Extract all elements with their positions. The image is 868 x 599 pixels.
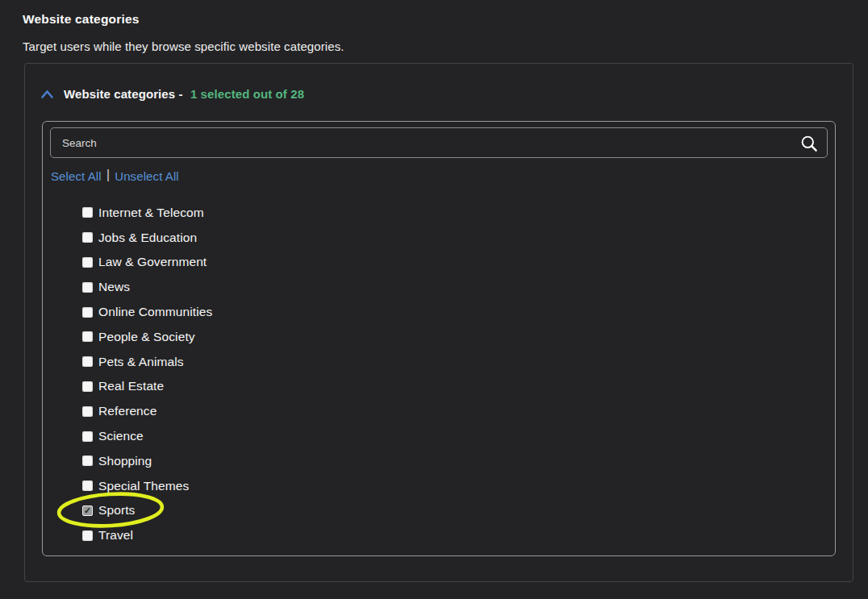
category-label: Pets & Animals	[98, 355, 184, 369]
checkbox-travel[interactable]	[82, 530, 93, 541]
category-label: Sports	[98, 503, 135, 518]
category-row-pets-animals[interactable]: Pets & Animals	[82, 349, 212, 374]
select-all-link[interactable]: Select All	[51, 169, 102, 183]
search-box	[50, 127, 828, 158]
category-row-shopping[interactable]: Shopping	[82, 448, 212, 473]
category-row-jobs-education[interactable]: Jobs & Education	[82, 225, 212, 250]
category-label: Online Communities	[98, 305, 212, 319]
checkbox-news[interactable]	[82, 282, 93, 293]
checkbox-pets-animals[interactable]	[82, 356, 93, 367]
checkbox-people-society[interactable]	[82, 331, 93, 342]
checkbox-reference[interactable]	[82, 406, 93, 417]
checkbox-law-government[interactable]	[82, 257, 93, 268]
category-row-travel[interactable]: Travel	[82, 523, 212, 548]
links-divider: |	[106, 167, 111, 183]
category-row-sports[interactable]: ✓Sports	[82, 498, 212, 523]
category-row-science[interactable]: Science	[82, 424, 212, 449]
category-row-internet-telecom[interactable]: Internet & Telecom	[82, 201, 212, 226]
checkbox-shopping[interactable]	[82, 455, 93, 466]
unselect-all-link[interactable]: Unselect All	[115, 169, 179, 183]
category-row-law-government[interactable]: Law & Government	[82, 250, 212, 275]
category-label: Law & Government	[98, 255, 207, 269]
category-row-reference[interactable]: Reference	[82, 399, 212, 424]
page-subtitle: Target users while they browse specific …	[23, 40, 344, 53]
category-label: People & Society	[98, 330, 195, 344]
panel-collapse-header[interactable]: Website categories - 1 selected out of 2…	[40, 87, 304, 101]
category-label: Travel	[98, 528, 133, 543]
checkbox-special-themes[interactable]	[82, 480, 93, 491]
category-label: Shopping	[98, 454, 152, 468]
panel-header-label: Website categories -	[64, 87, 183, 101]
page-title: Website categories	[23, 12, 140, 27]
category-label: Science	[98, 429, 144, 443]
category-row-real-estate[interactable]: Real Estate	[82, 374, 212, 399]
category-row-special-themes[interactable]: Special Themes	[82, 473, 212, 498]
selected-count-status: 1 selected out of 28	[190, 87, 304, 101]
website-categories-panel: Website categories - 1 selected out of 2…	[24, 63, 853, 582]
checkbox-real-estate[interactable]	[82, 381, 93, 392]
panel-header-text: Website categories - 1 selected out of 2…	[64, 87, 304, 101]
category-row-online-communities[interactable]: Online Communities	[82, 300, 212, 325]
category-row-news[interactable]: News	[82, 275, 212, 300]
chevron-up-icon[interactable]	[40, 88, 54, 100]
category-label: Reference	[98, 404, 156, 418]
checkbox-jobs-education[interactable]	[82, 232, 93, 243]
category-label: Jobs & Education	[98, 231, 197, 245]
checkbox-online-communities[interactable]	[82, 307, 93, 318]
category-label: Real Estate	[98, 379, 164, 393]
checkbox-internet-telecom[interactable]	[82, 207, 93, 218]
category-selector-panel: Select All | Unselect All Internet & Tel…	[42, 121, 836, 556]
checkbox-science[interactable]	[82, 431, 93, 442]
category-label: Special Themes	[98, 479, 189, 493]
bulk-actions-row: Select All | Unselect All	[51, 168, 179, 184]
checkbox-sports-checked[interactable]: ✓	[82, 505, 93, 516]
category-list: Internet & TelecomJobs & EducationLaw & …	[82, 201, 212, 548]
search-input[interactable]	[51, 128, 827, 157]
category-label: News	[98, 280, 130, 294]
search-icon[interactable]	[800, 135, 818, 152]
category-label: Internet & Telecom	[98, 206, 204, 220]
category-row-people-society[interactable]: People & Society	[82, 324, 212, 349]
